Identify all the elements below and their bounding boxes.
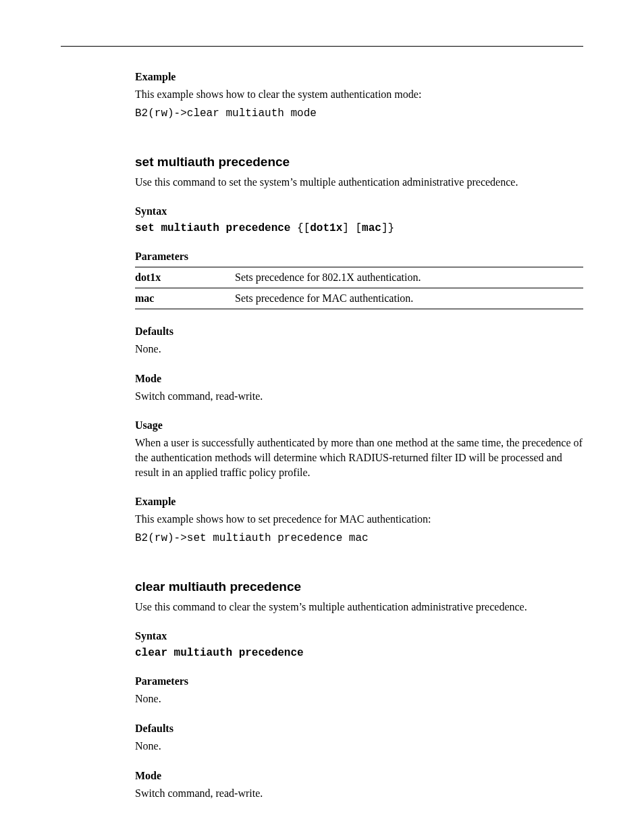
syntax-block: clear multiauth precedence bbox=[135, 646, 583, 659]
usage-text: When a user is successfully authenticate… bbox=[135, 436, 583, 479]
command-title-clear: clear multiauth precedence bbox=[135, 579, 583, 594]
table-row: mac Sets precedence for MAC authenticati… bbox=[135, 288, 583, 309]
example-code: B2(rw)->set multiauth precedence mac bbox=[135, 532, 583, 544]
parameters-heading: Parameters bbox=[135, 675, 583, 687]
command-intro: Use this command to clear the system’s m… bbox=[135, 600, 583, 615]
param-name: dot1x bbox=[135, 267, 235, 288]
example-heading: Example bbox=[135, 71, 583, 83]
content-column: Example This example shows how to clear … bbox=[61, 71, 583, 800]
syntax-block: set multiauth precedence {[dot1x] [mac]} bbox=[135, 221, 583, 234]
syntax-line: set multiauth precedence {[dot1x] [mac]} bbox=[135, 222, 394, 234]
command-intro: Use this command to set the system’s mul… bbox=[135, 175, 583, 190]
mode-text: Switch command, read-write. bbox=[135, 389, 583, 404]
defaults-heading: Defaults bbox=[135, 325, 583, 338]
param-desc: Sets precedence for MAC authentication. bbox=[235, 288, 583, 309]
syntax-heading: Syntax bbox=[135, 205, 583, 217]
example-intro: This example shows how to clear the syst… bbox=[135, 87, 583, 102]
table-row: dot1x Sets precedence for 802.1X authent… bbox=[135, 267, 583, 288]
defaults-text: None. bbox=[135, 342, 583, 357]
defaults-text: None. bbox=[135, 739, 583, 754]
param-name: mac bbox=[135, 288, 235, 309]
example-intro: This example shows how to set precedence… bbox=[135, 512, 583, 527]
mode-heading: Mode bbox=[135, 373, 583, 385]
usage-heading: Usage bbox=[135, 419, 583, 432]
command-title-set: set multiauth precedence bbox=[135, 155, 583, 170]
parameters-heading: Parameters bbox=[135, 251, 583, 263]
defaults-heading: Defaults bbox=[135, 723, 583, 735]
syntax-line: clear multiauth precedence bbox=[135, 647, 304, 659]
mode-heading: Mode bbox=[135, 770, 583, 782]
page: Example This example shows how to clear … bbox=[0, 0, 644, 834]
mode-text: Switch command, read-write. bbox=[135, 786, 583, 801]
param-desc: Sets precedence for 802.1X authenticatio… bbox=[235, 267, 583, 288]
parameters-text: None. bbox=[135, 692, 583, 706]
syntax-heading: Syntax bbox=[135, 630, 583, 642]
parameters-table: dot1x Sets precedence for 802.1X authent… bbox=[135, 267, 583, 309]
example-heading: Example bbox=[135, 496, 583, 508]
header-rule bbox=[61, 41, 583, 47]
example-code: B2(rw)->clear multiauth mode bbox=[135, 107, 583, 120]
